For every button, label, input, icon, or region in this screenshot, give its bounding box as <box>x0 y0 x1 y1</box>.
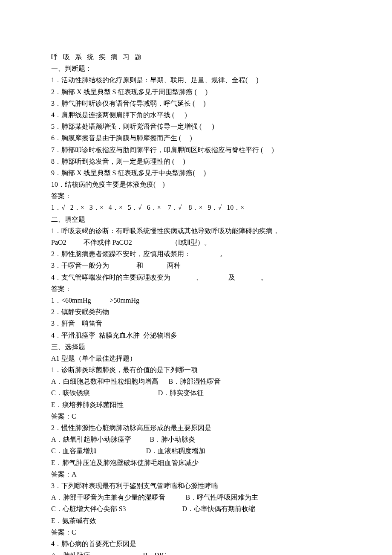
s2-answer-label: 答案： <box>51 283 341 295</box>
document-title: 呼 吸 系 统 疾 病 习 题 <box>51 51 341 63</box>
q2-answer: 答案：A <box>51 468 341 480</box>
q3-stem: 3．下列哪种表现最有利于鉴别支气管哮喘和心源性哮喘 <box>51 480 341 491</box>
s2-item: 4．支气管哮喘发作时的主要病理改变为 、 及 。 <box>51 272 341 283</box>
s1-item: 4．肩胛线是连接两侧肩胛下角的水平线 ( ) <box>51 109 341 121</box>
q3-options: A．肺部干啰音为主兼有少量的湿啰音 B．呼气性呼吸困难为主 <box>51 491 341 503</box>
q2-options: A．缺氧引起肺小动脉痉挛 B．肺小动脉炎 <box>51 434 341 445</box>
s1-item: 8．肺部听到捻发音，则一定是病理性的 ( ) <box>51 156 341 167</box>
s2-item: 2．肺性脑病患者烦躁不安时，应慎用或禁用： 。 <box>51 248 341 260</box>
s2-answer: 4．平滑肌痉挛 粘膜充血水肿 分泌物增多 <box>51 330 341 341</box>
q4-stem: 4．肺心病的首要死亡原因是 <box>51 538 341 549</box>
s2-item: PaO2 不伴或伴 PaCO2 （Ⅰ或Ⅱ型）。 <box>51 237 341 248</box>
section-2-header: 二、填空题 <box>51 214 341 225</box>
section-1-header: 一、判断题： <box>51 63 341 74</box>
q2-options: E．肺气肿压迫及肺泡壁破坏使肺毛细血管床减少 <box>51 457 341 468</box>
s2-item: 3．干啰音一般分为 和 两种 <box>51 260 341 271</box>
s1-item: 10．结核病的免疫主要是体液免疫( ) <box>51 179 341 190</box>
s2-answer: 1．<60mmHg >50mmHg <box>51 295 341 306</box>
s1-item: 1．活动性肺结核的化疗原则是：早期、联用、足量、规律、全程( ) <box>51 74 341 86</box>
section-3-header: 三、选择题 <box>51 341 341 353</box>
q1-options: A．白细胞总数和中性粒细胞均增高 B．肺部湿性啰音 <box>51 376 341 387</box>
q2-options: C．血容量增加 D．血液粘稠度增加 <box>51 445 341 457</box>
q1-options: E．痰培养肺炎球菌阳性 <box>51 399 341 410</box>
q1-answer: 答案：C <box>51 410 341 422</box>
q1-stem: 1．诊断肺炎球菌肺炎，最有价值的是下列哪一项 <box>51 364 341 376</box>
q1-options: C．咳铁锈痰 D．肺实变体征 <box>51 387 341 399</box>
s1-item: 9．胸部 X 线呈典型 S 征表现多见于中央型肺癌( ) <box>51 167 341 179</box>
s1-item: 3．肺气肿时听诊仅有语音传导减弱，呼气延长 ( ) <box>51 98 341 109</box>
s1-item: 6．胸膜摩擦音是由于胸膜与肺摩擦而产生 ( ) <box>51 132 341 144</box>
document-page: 呼 吸 系 统 疾 病 习 题 一、判断题： 1．活动性肺结核的化疗原则是：早期… <box>0 0 392 555</box>
q4-options: A．肺性脑病 B．DIC <box>51 549 341 555</box>
s1-answer: 1．√ 2．× 3．× 4．× 5．√ 6．× 7．√ 8．× 9．√ 10．× <box>51 202 341 213</box>
s1-item: 7．肺部叩诊时板指应与肋间隙平行，叩肩胛间区时板指应与脊柱平行 ( ) <box>51 144 341 156</box>
s2-item: 1．呼吸衰竭的诊断：有呼吸系统慢性疾病或其他导致呼吸功能障碍的疾病， <box>51 225 341 237</box>
q2-stem: 2．慢性肺源性心脏病肺动脉高压形成的最主要原因是 <box>51 422 341 434</box>
s1-item: 2．胸部 X 线呈典型 S 征表现多见于周围型肺癌 ( ) <box>51 86 341 98</box>
q3-answer: 答案：C <box>51 526 341 538</box>
s2-answer: 3．鼾音 哨笛音 <box>51 318 341 329</box>
s1-item: 5．肺部某处语颤增强，则听觉语音传导一定增强 ( ) <box>51 121 341 132</box>
q3-options: E．氨茶碱有效 <box>51 515 341 526</box>
section-3-subheader: A1 型题（单个最佳选择题） <box>51 353 341 364</box>
s2-answer: 2．镇静安眠类药物 <box>51 306 341 318</box>
q3-options: C．心脏增大伴心尖部 S3 D．心率快偶有期前收缩 <box>51 503 341 515</box>
s1-answer-label: 答案： <box>51 190 341 202</box>
